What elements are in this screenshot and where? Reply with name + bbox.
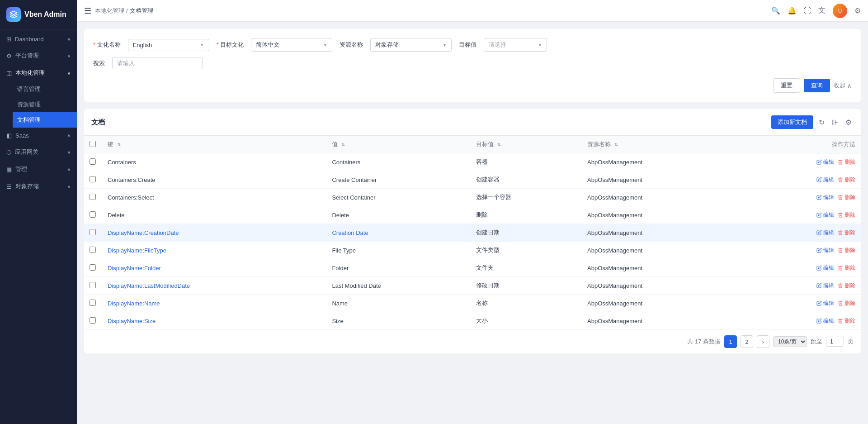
row-value: Name — [326, 295, 471, 312]
search-icon[interactable]: 🔍 — [771, 6, 780, 15]
notification-icon[interactable]: 🔔 — [788, 6, 797, 15]
reset-button[interactable]: 重置 — [773, 78, 800, 93]
total-count: 共 17 条数据 — [687, 338, 721, 346]
row-checkbox-cell — [84, 242, 102, 259]
row-checkbox-cell — [84, 171, 102, 189]
apigateway-arrow: ∨ — [67, 150, 71, 155]
edit-button[interactable]: 编辑 — [816, 282, 834, 290]
target-value-placeholder: 请选择 — [489, 41, 506, 49]
page-2-button[interactable]: 2 — [741, 335, 753, 348]
edit-button[interactable]: 编辑 — [816, 176, 834, 184]
th-value: 值 ⇅ — [326, 136, 471, 153]
collapse-button[interactable]: 收起 ∧ — [834, 81, 852, 90]
filter-row-2: 搜索 — [93, 57, 852, 69]
edit-button[interactable]: 编辑 — [816, 317, 834, 325]
search-input[interactable] — [112, 57, 203, 69]
row-checkbox[interactable] — [90, 229, 96, 235]
row-checkbox[interactable] — [90, 158, 96, 165]
sidebar-item-platform[interactable]: ⚙ 平台管理 ∨ — [0, 47, 77, 64]
delete-button[interactable]: 删除 — [838, 176, 855, 184]
sidebar-item-objectstorage[interactable]: ☰ 对象存储 ∨ — [0, 178, 77, 195]
jump-input[interactable] — [826, 337, 844, 347]
menu-toggle-icon[interactable]: ☰ — [84, 6, 91, 16]
table-thead: 键 ⇅ 值 ⇅ 目标值 ⇅ 资源名称 ⇅ — [84, 136, 861, 153]
row-checkbox[interactable] — [90, 211, 96, 218]
pagination: 共 17 条数据 1 2 › 10条/页 20条/页 50条/页 跳至 页 — [84, 330, 861, 353]
table-row: DisplayName:Size Size 大小 AbpOssManagemen… — [84, 312, 861, 330]
page-next-button[interactable]: › — [757, 335, 769, 348]
target-culture-label: 目标文化 — [217, 41, 244, 49]
delete-button[interactable]: 删除 — [838, 282, 855, 290]
sort-target-icon[interactable]: ⇅ — [497, 142, 501, 147]
sidebar-item-dashboard[interactable]: ⊞ Dashboard ∨ — [0, 31, 77, 47]
query-button[interactable]: 查询 — [804, 79, 830, 92]
avatar[interactable]: U — [833, 4, 847, 18]
edit-button[interactable]: 编辑 — [816, 229, 834, 237]
row-checkbox[interactable] — [90, 176, 96, 182]
sort-value-icon[interactable]: ⇅ — [341, 142, 345, 147]
delete-button[interactable]: 删除 — [838, 158, 855, 166]
language-icon[interactable]: 文 — [818, 6, 826, 15]
breadcrumb-parent[interactable]: 本地化管理 — [95, 7, 124, 15]
fullscreen-icon[interactable]: ⛶ — [804, 7, 811, 15]
sidebar-item-resource[interactable]: 资源管理 — [13, 97, 77, 112]
resource-select[interactable]: 对象存储 ▼ — [370, 38, 452, 52]
page-size-select[interactable]: 10条/页 20条/页 50条/页 — [773, 336, 807, 347]
culture-select[interactable]: English ▼ — [128, 39, 209, 51]
row-checkbox[interactable] — [90, 264, 96, 271]
sidebar-nav: ⊞ Dashboard ∨ ⚙ 平台管理 ∨ ◫ 本地化管理 ∧ 语言管理 资源… — [0, 29, 77, 197]
row-checkbox[interactable] — [90, 194, 96, 200]
sidebar-item-saas[interactable]: ◧ Saas ∨ — [0, 128, 77, 143]
row-checkbox[interactable] — [90, 300, 96, 306]
sidebar-item-document[interactable]: 文档管理 — [13, 112, 77, 128]
column-settings-button[interactable]: ⊪ — [830, 116, 840, 129]
sidebar-item-localization[interactable]: ◫ 本地化管理 ∧ — [0, 64, 77, 81]
edit-button[interactable]: 编辑 — [816, 158, 834, 166]
sort-key-icon[interactable]: ⇅ — [117, 142, 121, 147]
collapse-icon: ∧ — [847, 82, 852, 89]
target-culture-select[interactable]: 简体中文 ▼ — [251, 38, 332, 52]
delete-button[interactable]: 删除 — [838, 317, 855, 325]
row-key: DisplayName:LastModifiedDate — [102, 277, 326, 295]
table-settings-button[interactable]: ⚙ — [844, 116, 854, 129]
resource-value: 对象存储 — [375, 41, 399, 49]
edit-button[interactable]: 编辑 — [816, 211, 834, 219]
page-1-button[interactable]: 1 — [724, 335, 737, 348]
delete-button[interactable]: 删除 — [838, 194, 855, 201]
row-checkbox[interactable] — [90, 317, 96, 324]
row-key: DisplayName:Name — [102, 295, 326, 312]
sidebar-item-apigateway[interactable]: ⬡ 应用网关 ∨ — [0, 143, 77, 161]
target-culture-value: 简体中文 — [256, 41, 279, 49]
delete-button[interactable]: 删除 — [838, 300, 855, 307]
delete-button[interactable]: 删除 — [838, 229, 855, 237]
row-checkbox-cell — [84, 259, 102, 277]
target-value-select[interactable]: 请选择 ▼ — [484, 38, 547, 52]
edit-button[interactable]: 编辑 — [816, 247, 834, 254]
sidebar-item-manage[interactable]: ▦ 管理 ∨ — [0, 161, 77, 178]
dashboard-icon: ⊞ — [6, 36, 11, 43]
row-value: File Type — [326, 242, 471, 259]
jump-label: 跳至 — [811, 338, 822, 346]
sidebar-item-lang[interactable]: 语言管理 — [13, 81, 77, 97]
row-actions: 编辑 删除 — [741, 259, 861, 277]
row-resource: AbpOssManagement — [582, 242, 741, 259]
select-all-checkbox[interactable] — [90, 141, 96, 147]
edit-button[interactable]: 编辑 — [816, 264, 834, 272]
sidebar: Vben Admin ⊞ Dashboard ∨ ⚙ 平台管理 ∨ ◫ 本地化管… — [0, 0, 77, 424]
delete-button[interactable]: 删除 — [838, 247, 855, 254]
edit-button[interactable]: 编辑 — [816, 300, 834, 307]
delete-button[interactable]: 删除 — [838, 211, 855, 219]
row-checkbox[interactable] — [90, 282, 96, 288]
logo-area: Vben Admin — [0, 0, 77, 29]
edit-button[interactable]: 编辑 — [816, 194, 834, 201]
dashboard-arrow: ∨ — [67, 37, 71, 42]
sort-resource-icon[interactable]: ⇅ — [614, 142, 618, 147]
row-target: 文件夹 — [471, 259, 582, 277]
row-checkbox[interactable] — [90, 247, 96, 253]
refresh-button[interactable]: ↻ — [817, 116, 826, 129]
row-actions: 编辑 删除 — [741, 242, 861, 259]
delete-button[interactable]: 删除 — [838, 264, 855, 272]
breadcrumb-current: 文档管理 — [130, 7, 153, 15]
settings-icon[interactable]: ⚙ — [854, 6, 861, 15]
add-document-button[interactable]: 添加新文档 — [771, 115, 813, 129]
